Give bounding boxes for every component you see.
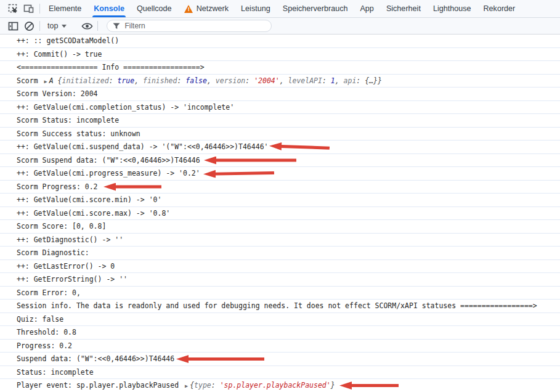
message-segment: finished	[143, 76, 177, 85]
console-message: ++: GetValue(cmi.progress_measure) -> '0…	[0, 167, 560, 181]
message-segment: ++: GetLastError() -> 0	[17, 262, 115, 271]
network-warning-icon	[184, 5, 193, 13]
message-segment: ++: GetErrorString() -> ''	[17, 275, 128, 284]
message-segment: :	[245, 76, 254, 85]
console-message: Scorm Suspend data: ("W":<<0,46446>>)T46…	[0, 154, 560, 168]
tab-lighthouse[interactable]: Lighthouse	[427, 0, 477, 17]
console-message: Session info. The data is readonly and u…	[0, 300, 560, 313]
annotation-arrow	[269, 142, 330, 152]
devtools-tab-strip: ElementeKonsoleQuellcodeNetzwerkLeistung…	[43, 0, 521, 17]
console-message: Scorm Progress: 0.2	[0, 181, 560, 194]
console-message: ++: GetValue(cmi.completion_status) -> '…	[0, 101, 560, 115]
annotation-arrow	[204, 157, 296, 165]
console-message: ++: GetValue(cmi.suspend_data) -> '("W":…	[0, 141, 560, 154]
tab-label: Sicherheit	[386, 4, 421, 13]
clear-console-icon[interactable]	[21, 18, 37, 33]
message-segment: ,	[134, 76, 143, 85]
message-segment: :	[177, 76, 185, 85]
console-message: Scorm Score: [0, 0.8]	[0, 220, 560, 234]
tab-elemente[interactable]: Elemente	[43, 0, 87, 17]
message-segment: ++: :: getSCODataModel()	[17, 36, 119, 45]
toolbar-divider	[39, 21, 40, 31]
message-segment: Scorm Score: [0, 0.8]	[17, 222, 106, 231]
console-message: Progress: 0.2	[0, 340, 560, 353]
console-message: ++: Commit() -> true	[0, 48, 560, 62]
message-segment: Scorm Success status: unknown	[17, 129, 140, 138]
inspect-element-icon[interactable]	[5, 1, 21, 16]
message-segment: Player event: sp.player.playbackPaused	[17, 381, 183, 390]
message-segment: api	[344, 76, 357, 85]
console-message: Threshold: 0.8	[0, 326, 560, 340]
tab-leistung[interactable]: Leistung	[235, 0, 277, 17]
live-expression-eye-icon[interactable]	[79, 18, 95, 33]
message-segment: {…}}	[365, 76, 382, 85]
message-segment: '2004'	[254, 76, 280, 85]
chevron-down-icon	[62, 25, 67, 28]
console-filter-box[interactable]	[107, 20, 272, 32]
message-segment: 1	[331, 76, 335, 85]
tab-sicherheit[interactable]: Sicherheit	[380, 0, 427, 17]
message-segment: A	[49, 76, 58, 85]
message-segment: :	[109, 76, 118, 85]
message-segment: ,	[207, 76, 216, 85]
message-segment: <================== Info ===============…	[17, 63, 205, 71]
message-segment: Session info. The data is readonly and u…	[17, 301, 537, 310]
devtools-tool-icons	[0, 0, 43, 17]
message-segment: 'sp.player.playbackPaused'	[220, 381, 331, 390]
annotation-arrow	[339, 382, 399, 390]
message-segment: :	[356, 76, 365, 85]
console-message: Player event: sp.player.playbackPaused ▶…	[0, 379, 560, 392]
toolbar-divider	[39, 4, 40, 14]
message-segment: Scorm Status: incomplete	[17, 116, 119, 125]
annotation-arrow	[103, 183, 161, 191]
tab-speicherverbrauch[interactable]: Speicherverbrauch	[277, 0, 354, 17]
console-toolbar: top	[0, 18, 560, 35]
tab-app[interactable]: App	[354, 0, 379, 17]
filter-input[interactable]	[124, 22, 248, 30]
tab-quellcode[interactable]: Quellcode	[131, 0, 178, 17]
filter-funnel-icon	[113, 23, 120, 30]
message-segment: Scorm Error: 0,	[17, 288, 81, 297]
message-segment: Threshold: 0.8	[17, 328, 76, 337]
tab-rekorder[interactable]: Rekorder	[477, 0, 522, 17]
message-segment: true	[118, 76, 135, 85]
message-segment: :	[211, 381, 220, 390]
message-segment: Scorm Suspend data: ("W":<<0,46446>>)T46…	[17, 156, 200, 165]
console-message: ++: GetDiagnostic() -> ''	[0, 234, 560, 247]
message-segment: ++: GetValue(cmi.score.min) -> '0'	[17, 195, 161, 204]
message-segment: type	[194, 381, 211, 390]
console-message: Scorm ▶A {initialized: true, finished: f…	[0, 75, 560, 88]
device-toolbar-icon[interactable]	[21, 1, 37, 16]
console-message: ++: GetValue(cmi.score.min) -> '0'	[0, 194, 560, 207]
context-selector[interactable]: top	[43, 22, 71, 30]
context-selector-label: top	[47, 22, 58, 30]
message-segment: version	[216, 76, 245, 85]
message-segment: ,	[280, 76, 288, 85]
console-message: ++: GetLastError() -> 0	[0, 260, 560, 274]
annotation-arrow	[203, 169, 274, 178]
message-segment: Scorm Version: 2004	[17, 89, 98, 98]
message-segment: ++: GetValue(cmi.suspend_data) -> '("W":…	[17, 142, 269, 151]
tab-label: Rekorder	[484, 4, 516, 13]
message-segment: Suspend data: ("W":<<0,46446>>)T46446	[17, 354, 174, 363]
tab-netzwerk[interactable]: Netzwerk	[178, 0, 235, 17]
message-segment: ++: GetValue(cmi.completion_status) -> '…	[17, 103, 234, 112]
message-segment: Quiz: false	[17, 315, 63, 324]
console-message: ++: :: getSCODataModel()	[0, 35, 560, 48]
console-sidebar-icon[interactable]	[5, 18, 21, 33]
expand-caret-icon[interactable]: ▶	[183, 383, 190, 389]
tab-label: Lighthouse	[433, 4, 471, 13]
message-segment: ++: Commit() -> true	[17, 50, 102, 59]
console-message: Scorm Status: incomplete	[0, 114, 560, 128]
console-message: Scorm Diagnostic:	[0, 247, 560, 260]
console-message: ++: GetErrorString() -> ''	[0, 273, 560, 287]
console-message: ++: GetValue(cmi.score.max) -> '0.8'	[0, 207, 560, 221]
tab-label: App	[360, 4, 373, 13]
message-segment: :	[322, 76, 331, 85]
tab-label: Elemente	[49, 4, 81, 13]
tab-konsole[interactable]: Konsole	[87, 0, 131, 17]
expand-caret-icon[interactable]: ▶	[43, 78, 49, 84]
message-segment: Status: incomplete	[17, 368, 94, 377]
message-segment: ++: GetValue(cmi.score.max) -> '0.8'	[17, 209, 170, 218]
message-segment: false	[185, 76, 207, 85]
